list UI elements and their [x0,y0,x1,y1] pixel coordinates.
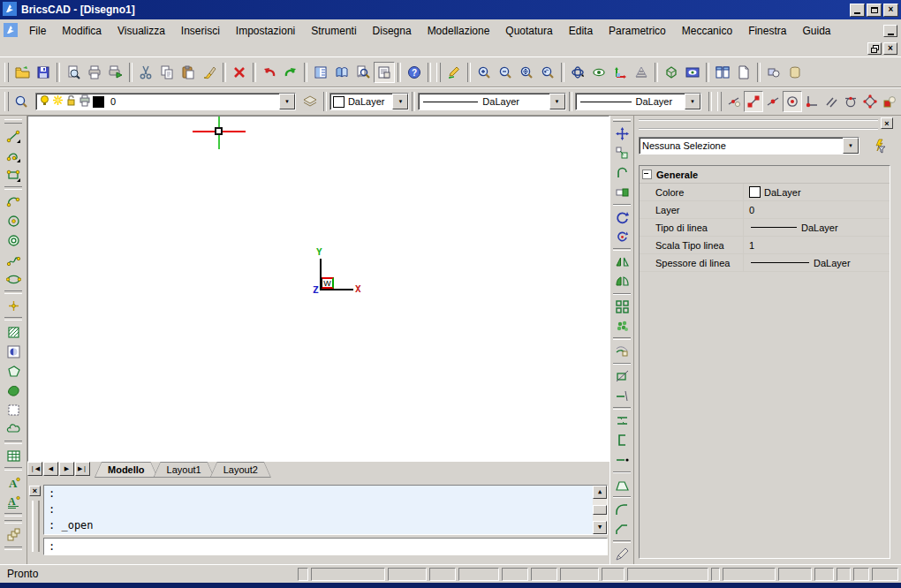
break-icon[interactable] [611,431,632,450]
layers-icon[interactable] [299,91,321,112]
layer-combobox[interactable]: 0 ▼ [35,93,296,110]
zoom-in-icon[interactable] [473,62,495,83]
revision-cloud-icon[interactable] [3,419,24,439]
trim-icon[interactable] [611,366,632,386]
layer-dropdown-arrow[interactable]: ▼ [279,94,295,109]
snap-nearest-icon[interactable] [724,91,744,112]
save-icon[interactable] [33,62,54,83]
color-combobox[interactable]: DaLayer ▼ [329,93,410,110]
menu-meccanico[interactable]: Meccanico [674,22,740,40]
status-panel[interactable] [711,568,720,581]
chamfer-icon[interactable] [611,519,632,539]
menu-disegna[interactable]: Disegna [365,22,420,40]
help-icon[interactable]: ? [404,62,425,83]
render-icon[interactable] [682,62,703,83]
array-icon[interactable] [611,297,632,316]
mdi-minimize-button[interactable] [883,25,897,37]
mtext-icon[interactable]: A [3,492,24,511]
snap-endpoint-icon[interactable] [744,91,763,112]
fillet-icon[interactable] [611,500,632,519]
offset-icon[interactable] [611,342,632,361]
property-value[interactable]: DaLayer [744,222,890,233]
status-panel[interactable] [458,568,499,581]
snap-perpendicular-icon[interactable] [802,91,822,112]
status-panel[interactable] [602,568,625,581]
menu-edita[interactable]: Edita [561,22,601,40]
entity-group-icon[interactable] [784,62,806,83]
status-panel[interactable] [872,568,898,581]
match-properties-icon[interactable] [199,62,220,83]
tab-layout1[interactable]: Layout1 [154,462,215,478]
copy-entity-icon[interactable] [611,144,632,163]
delete-icon[interactable] [229,62,250,83]
hatch-icon[interactable] [3,322,24,342]
open-icon[interactable] [11,62,33,83]
extend-icon[interactable] [611,386,632,405]
lineweight-dropdown-arrow[interactable]: ▼ [685,94,700,109]
publish-icon[interactable] [105,62,126,83]
ucs-icon[interactable] [610,62,631,83]
menu-finestra[interactable]: Finestra [740,22,794,40]
close-button[interactable]: × [883,4,898,17]
break-at-point-icon[interactable] [611,450,632,470]
ellipse-icon[interactable] [3,269,24,289]
property-value[interactable]: 1 [744,240,890,251]
tab-layout2[interactable]: Layout2 [210,462,271,478]
menu-guida[interactable]: Guida [794,22,838,40]
menu-parametrico[interactable]: Parametrico [601,22,674,40]
command-scrollbar[interactable]: ▲ ▼ [593,486,607,534]
contents-icon[interactable] [331,62,352,83]
group-header-generale[interactable]: Generale [640,166,890,184]
menu-file[interactable]: File [21,22,54,40]
look-from-icon[interactable] [588,62,610,83]
point-icon[interactable] [3,296,24,315]
gradient-icon[interactable] [3,342,24,361]
tab-next-button[interactable]: ▶ [59,462,74,476]
status-panel[interactable] [723,568,776,581]
layer-print-icon[interactable] [79,94,91,109]
real-time-motion-icon[interactable] [567,62,588,83]
tile-windows-icon[interactable] [712,62,733,83]
maximize-button[interactable] [867,4,882,17]
layer-freeze-icon[interactable] [52,94,64,109]
boundary-icon[interactable] [3,381,24,400]
status-panel[interactable] [560,568,599,581]
toolbar-grip[interactable] [436,63,441,82]
status-panel[interactable] [778,568,812,581]
collapse-icon[interactable] [642,170,652,179]
status-panel[interactable] [502,568,528,581]
toolbar-grip[interactable] [717,92,722,111]
toolbar-grip[interactable] [4,92,9,111]
menu-modifica[interactable]: Modifica [54,22,110,40]
explode-icon[interactable] [611,475,632,494]
menu-quotatura[interactable]: Quotatura [497,22,560,40]
undo-icon[interactable] [259,62,280,83]
drawing-explorer-icon[interactable] [374,62,395,83]
perspective-icon[interactable] [631,62,652,83]
panel-close-button[interactable]: × [881,117,893,129]
zoom-out-icon[interactable] [495,62,516,83]
drawing-canvas[interactable]: W Y X Z [27,116,610,462]
shade-icon[interactable] [661,62,682,83]
quick-select-icon[interactable] [869,137,889,155]
layer-on-icon[interactable] [39,94,50,109]
table-icon[interactable] [3,446,24,465]
polyline-icon[interactable] [3,146,24,165]
menu-strumenti[interactable]: Strumenti [303,22,364,40]
status-panel[interactable] [627,568,708,581]
tab-previous-button[interactable]: ◀ [43,462,58,476]
join-icon[interactable] [611,411,632,431]
command-input[interactable]: : [43,538,608,555]
sketch-icon[interactable] [443,62,465,83]
snap-midpoint-icon[interactable] [763,91,783,112]
sketch-pencil-icon[interactable] [611,545,632,564]
donut-icon[interactable] [3,230,24,250]
draworder-icon[interactable] [763,62,784,83]
status-panel[interactable] [298,568,308,581]
layer-lock-icon[interactable] [65,94,77,109]
mdi-restore-button[interactable] [867,42,882,55]
zoom-extents-icon[interactable] [516,62,537,83]
scroll-down-button[interactable]: ▼ [593,521,607,534]
insert-block-icon[interactable] [3,525,24,545]
tab-modello[interactable]: Modello [95,462,158,478]
